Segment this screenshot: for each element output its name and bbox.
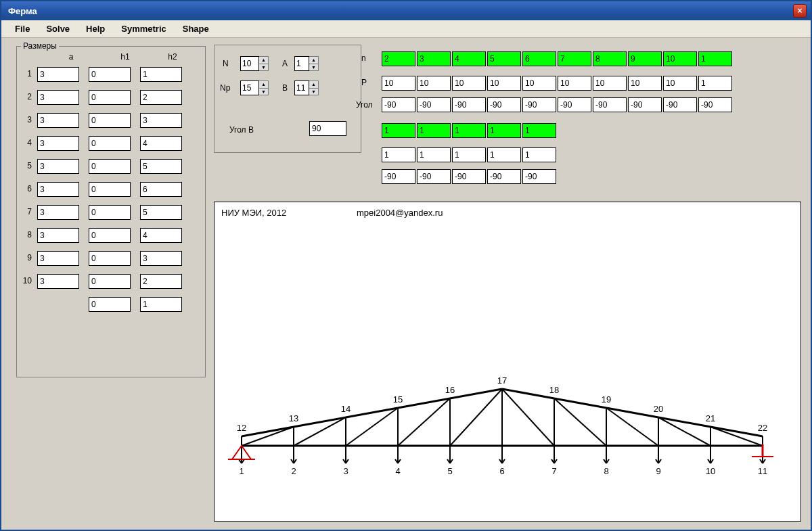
menu-solve[interactable]: Solve (39, 22, 76, 36)
load-cell[interactable] (382, 76, 415, 91)
size-h2-3[interactable] (140, 113, 182, 128)
load-cell[interactable] (452, 97, 486, 112)
spin-n[interactable]: ▲▼ (240, 56, 269, 71)
load-cell[interactable] (522, 76, 556, 91)
load-n-cell[interactable]: 4 (452, 51, 486, 66)
spin-n-arrows[interactable]: ▲▼ (259, 56, 269, 71)
load-n-cell[interactable]: 10 (663, 51, 697, 66)
spin-np-arrows[interactable]: ▲▼ (259, 80, 269, 95)
load-n-cell[interactable]: 1 (487, 123, 521, 138)
size-h2-8[interactable] (140, 228, 182, 243)
load-cell[interactable] (698, 97, 732, 112)
load-cell[interactable] (628, 97, 662, 112)
load-cell[interactable] (382, 169, 415, 184)
size-a-6[interactable] (37, 182, 79, 197)
menu-shape[interactable]: Shape (176, 22, 216, 36)
load-cell[interactable] (382, 97, 415, 112)
size-extra-h1[interactable] (89, 297, 131, 312)
load-cell[interactable] (417, 147, 451, 162)
size-h2-2[interactable] (140, 90, 182, 105)
size-h2-4[interactable] (140, 136, 182, 151)
load-n-cell[interactable]: 1 (382, 123, 415, 138)
size-extra-h2[interactable] (140, 297, 182, 312)
spin-a[interactable]: ▲▼ (294, 56, 319, 71)
close-icon[interactable]: × (793, 4, 807, 18)
size-h2-1[interactable] (140, 67, 182, 82)
menu-help[interactable]: Help (79, 22, 112, 36)
load-cell[interactable] (417, 169, 451, 184)
size-a-4[interactable] (37, 136, 79, 151)
chevron-up-icon[interactable]: ▲ (259, 57, 268, 64)
load-cell[interactable] (522, 169, 556, 184)
size-h1-7[interactable] (89, 205, 131, 220)
size-a-3[interactable] (37, 113, 79, 128)
load-n-cell[interactable]: 7 (558, 51, 591, 66)
load-cell[interactable] (558, 97, 591, 112)
size-h2-6[interactable] (140, 182, 182, 197)
load-cell[interactable] (417, 76, 451, 91)
size-h1-3[interactable] (89, 113, 131, 128)
load-n-cell[interactable]: 3 (417, 51, 451, 66)
input-n[interactable] (240, 56, 259, 71)
chevron-up-icon[interactable]: ▲ (309, 81, 318, 89)
menu-symmetric[interactable]: Symmetric (114, 22, 173, 36)
chevron-down-icon[interactable]: ▼ (259, 64, 268, 71)
chevron-down-icon[interactable]: ▼ (259, 89, 268, 95)
load-n-cell[interactable]: 5 (487, 51, 521, 66)
load-cell[interactable] (698, 76, 732, 91)
input-angleb[interactable] (309, 121, 346, 136)
chevron-up-icon[interactable]: ▲ (259, 81, 268, 89)
chevron-up-icon[interactable]: ▲ (309, 57, 318, 64)
load-cell[interactable] (452, 147, 486, 162)
load-cell[interactable] (382, 147, 415, 162)
spin-b-arrows[interactable]: ▲▼ (309, 80, 319, 95)
load-n-cell[interactable]: 8 (593, 51, 627, 66)
size-a-2[interactable] (37, 90, 79, 105)
input-a[interactable] (294, 56, 309, 71)
load-cell[interactable] (522, 97, 556, 112)
size-h2-10[interactable] (140, 274, 182, 289)
menu-file[interactable]: File (8, 22, 37, 36)
load-cell[interactable] (452, 169, 486, 184)
size-a-8[interactable] (37, 228, 79, 243)
size-a-9[interactable] (37, 251, 79, 266)
load-cell[interactable] (487, 97, 521, 112)
load-cell[interactable] (487, 76, 521, 91)
load-n-cell[interactable]: 6 (522, 51, 556, 66)
load-cell[interactable] (487, 147, 521, 162)
load-cell[interactable] (663, 76, 697, 91)
size-h1-5[interactable] (89, 159, 131, 174)
input-b[interactable] (294, 80, 309, 95)
load-n-cell[interactable]: 9 (628, 51, 662, 66)
size-a-7[interactable] (37, 205, 79, 220)
size-h1-10[interactable] (89, 274, 131, 289)
size-h1-2[interactable] (89, 90, 131, 105)
load-n-cell[interactable]: 2 (382, 51, 415, 66)
input-np[interactable] (240, 80, 259, 95)
load-cell[interactable] (417, 97, 451, 112)
spin-a-arrows[interactable]: ▲▼ (309, 56, 319, 71)
size-a-10[interactable] (37, 274, 79, 289)
size-h1-9[interactable] (89, 251, 131, 266)
size-h1-8[interactable] (89, 228, 131, 243)
size-a-1[interactable] (37, 67, 79, 82)
spin-np[interactable]: ▲▼ (240, 80, 269, 95)
size-a-5[interactable] (37, 159, 79, 174)
size-h1-6[interactable] (89, 182, 131, 197)
load-cell[interactable] (452, 76, 486, 91)
size-h2-7[interactable] (140, 205, 182, 220)
load-n-cell[interactable]: 1 (417, 123, 451, 138)
size-h2-5[interactable] (140, 159, 182, 174)
chevron-down-icon[interactable]: ▼ (309, 64, 318, 71)
load-cell[interactable] (593, 97, 627, 112)
chevron-down-icon[interactable]: ▼ (309, 89, 318, 95)
load-n-cell[interactable]: 1 (698, 51, 732, 66)
load-cell[interactable] (628, 76, 662, 91)
load-cell[interactable] (522, 147, 556, 162)
load-cell[interactable] (487, 169, 521, 184)
load-cell[interactable] (558, 76, 591, 91)
spin-b[interactable]: ▲▼ (294, 80, 319, 95)
size-h1-4[interactable] (89, 136, 131, 151)
load-n-cell[interactable]: 1 (522, 123, 556, 138)
size-h1-1[interactable] (89, 67, 131, 82)
